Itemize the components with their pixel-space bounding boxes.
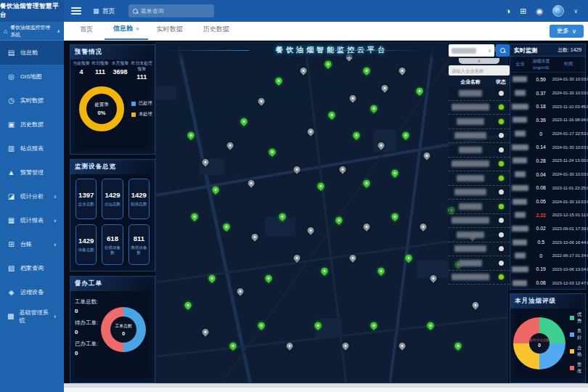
gis-map-icon: ◎ [7, 73, 15, 81]
enterprise-name-search[interactable] [449, 65, 510, 75]
status-dot [499, 161, 504, 166]
density-value: 0 [530, 253, 552, 258]
tab[interactable]: 首页 [71, 20, 105, 40]
sidebar-item[interactable]: ◷ 实时数据 [0, 89, 64, 113]
enterprise-name-redacted [459, 203, 482, 210]
collapse-handle[interactable]: ∧ [459, 58, 499, 64]
reading-time: 2024-01-30 10:03:00 [552, 91, 585, 95]
sidebar-item[interactable]: ▩ 基础管理系统 ∨ [0, 304, 64, 328]
enterprise-row[interactable] [449, 256, 510, 271]
enterprise-name-redacted [452, 274, 489, 280]
breadcrumb[interactable]: ▦ 首页 [93, 7, 115, 16]
enterprise-row[interactable] [449, 200, 510, 214]
device-stat-card: 1429 设备总数 [75, 224, 97, 265]
sidebar: ⌂ 餐饮油烟监控管理系统 ∧ ▤ 信息舱 ◎ GIS地图 ◷ [0, 22, 64, 392]
enterprise-row[interactable] [449, 228, 510, 242]
sidebar-item-label: 台账 [20, 240, 32, 248]
realtime-data-icon: ◷ [7, 97, 15, 105]
sidebar-item[interactable]: ◪ 统计分析 ∨ [0, 184, 64, 208]
warning-stat: 本月预警 3698 [110, 61, 131, 81]
more-button[interactable]: 更多 ∨ [550, 25, 584, 38]
enterprise-name-redacted [459, 260, 482, 266]
realtime-row: 0.5 2023-10-06 16:44:00 [510, 235, 585, 249]
sidebar-item-label: 信息舱 [20, 49, 38, 57]
topbar: 餐饮油烟管理智慧平台 ▦ 首页 ◑ ⊞ ◉ ∨ [0, 0, 588, 22]
enterprise-name-input[interactable] [452, 68, 507, 73]
sidebar-item[interactable]: ◎ GIS地图 [0, 65, 64, 89]
company-name-redacted [513, 240, 527, 245]
enterprise-row[interactable] [449, 214, 510, 229]
notification-icon[interactable]: ◉ [536, 7, 544, 15]
legend-item: 优秀 [570, 311, 584, 324]
chevron-down-icon[interactable]: ∨ [573, 8, 578, 15]
tab-label: 首页 [80, 25, 93, 34]
reading-time: 2024-01-30 10:03:00 [552, 145, 585, 150]
reading-time: 2023-10-06 16:44:00 [552, 240, 585, 245]
device-stat-card: 618 在线设备数 [102, 224, 123, 265]
enterprise-search-button[interactable] [496, 44, 510, 57]
sidebar-item-label: GIS地图 [20, 73, 42, 81]
enterprise-name-redacted [454, 245, 486, 252]
enterprise-row[interactable] [449, 129, 510, 144]
sidebar-item[interactable]: ▧ 档案查询 [0, 256, 64, 280]
enterprise-row[interactable] [449, 143, 510, 158]
search-icon [500, 48, 505, 53]
tab[interactable]: 信息舱 × [105, 20, 148, 40]
realtime-table-header: 企业 油烟浓度 (mg/m3) 时间 [510, 57, 585, 73]
reading-time: 2023-10-06 13:04:00 [552, 267, 585, 271]
density-value: 0.39 [530, 118, 552, 123]
enterprise-row[interactable] [449, 101, 510, 115]
enterprise-table-header: 企业名称 状态 [449, 77, 510, 86]
density-value: 2.22 [530, 213, 552, 218]
enterprise-row[interactable] [449, 86, 510, 101]
legend-item: 已处理 [131, 100, 152, 107]
chevron-down-icon: ∨ [54, 218, 57, 223]
legend-swatch [131, 102, 136, 106]
enterprise-select[interactable]: ∨ [449, 44, 494, 57]
company-name-redacted [513, 76, 527, 82]
status-dot [499, 274, 504, 279]
sidebar-item[interactable]: ▦ 统计报表 ∨ [0, 208, 64, 232]
enterprise-row[interactable] [449, 115, 510, 129]
theme-icon[interactable]: ◑ [506, 7, 511, 15]
realtime-row: 0.02 2023-09-01 17:39:00 [510, 222, 585, 236]
status-dot [499, 189, 504, 195]
tab[interactable]: 实时数据 [148, 20, 195, 40]
sidebar-item[interactable]: ▤ 信息舱 [0, 41, 64, 65]
sidebar-item[interactable]: ▣ 历史数据 [0, 113, 64, 136]
warning-stat: 昨日未处理预警 111 [131, 61, 153, 81]
realtime-row: 0.08 2023-11-01 22:25:00 [510, 181, 585, 195]
app-title: 餐饮油烟管理智慧平台 [0, 0, 64, 22]
topbar-actions: ◑ ⊞ ◉ ∨ [506, 5, 588, 17]
menu-search-input[interactable] [141, 8, 206, 15]
tab[interactable]: 历史数据 [195, 20, 241, 40]
sidebar-item[interactable]: ▲ 预警管理 [0, 160, 64, 184]
sidebar-item-label: 历史数据 [20, 121, 44, 128]
menu-toggle-icon[interactable] [71, 7, 81, 15]
bottom-strip [64, 383, 588, 388]
enterprise-row[interactable] [449, 271, 510, 285]
sidebar-header[interactable]: ⌂ 餐饮油烟监控管理系统 ∧ [0, 22, 64, 41]
density-value: 0.05 [530, 199, 552, 204]
density-value: 0.5 [530, 240, 552, 245]
status-dot [499, 204, 504, 209]
density-value: 0.19 [530, 266, 552, 271]
enterprise-row[interactable] [449, 171, 510, 186]
status-dot [499, 218, 504, 223]
alert-manage-icon: ▲ [7, 168, 15, 176]
sidebar-item[interactable]: ◈ 运维设备 [0, 280, 64, 304]
sidebar-item[interactable]: ▥ 站点报表 [0, 136, 64, 160]
layout-icon[interactable]: ⊞ [520, 7, 526, 15]
user-avatar[interactable] [552, 5, 564, 17]
total-count: 总数: 1429 [558, 46, 582, 54]
enterprise-row[interactable] [449, 186, 510, 200]
company-name-redacted [512, 226, 528, 232]
density-value: 0.37 [530, 91, 552, 96]
menu-search-box[interactable] [128, 4, 214, 17]
content-area: 首页 信息舱 × 实时数据 历史数据 [64, 22, 588, 392]
enterprise-row[interactable] [449, 242, 510, 257]
tab-close-icon[interactable]: × [136, 25, 139, 32]
sidebar-item[interactable]: ⊞ 台账 ∨ [0, 232, 64, 256]
sidebar-menu: ▤ 信息舱 ◎ GIS地图 ◷ 实时数据 ▣ [0, 41, 64, 328]
enterprise-row[interactable] [449, 158, 510, 172]
